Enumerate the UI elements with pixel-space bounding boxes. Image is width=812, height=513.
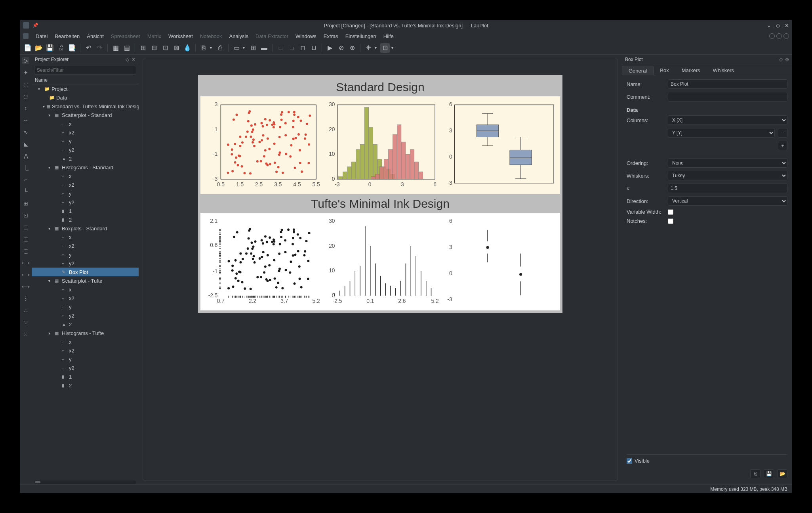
tool-icon[interactable]: ⊠ [172,43,181,53]
lasso-icon[interactable]: ◌ [22,93,29,100]
load-icon[interactable]: 📂 [777,469,787,478]
table-tool-icon[interactable]: ⊡ [22,212,29,219]
pointer-tool-icon[interactable]: ▷ [22,57,29,64]
scatter-tool-icon[interactable]: ∵ [22,319,29,326]
select-tool-icon[interactable]: ⬚ [22,247,29,255]
print-icon[interactable]: 🖨 [56,43,66,53]
column2-select[interactable]: Y [Y] [668,128,775,138]
ordering-select[interactable]: None [668,158,787,168]
search-input[interactable] [34,66,136,75]
grid2-icon[interactable]: ▤ [122,43,132,53]
tree-item[interactable]: ▾▦Histograms - Standard [32,163,139,172]
corner-icon[interactable]: └ [22,188,29,195]
tree-item[interactable]: ⌐x [32,172,139,180]
whiskers-select[interactable]: Tukey [668,171,787,180]
k-input[interactable] [668,184,787,193]
tree-item[interactable]: ⌐x2 [32,180,139,189]
circle-icon[interactable] [783,33,789,39]
tab-box[interactable]: Box [654,66,675,75]
tree-item[interactable]: ⌐y [32,189,139,198]
tree-item[interactable]: ⌐y2 [32,198,139,207]
grid-tool-icon[interactable]: ⊞ [22,200,29,207]
dropdown-icon[interactable]: ▾ [210,46,214,50]
tree-item[interactable]: ✎Box Plot [32,268,139,276]
name-input[interactable] [668,79,787,89]
tree-item[interactable]: ⌐y2 [32,364,139,372]
panel-close-icon[interactable]: ⊗ [132,57,135,62]
export-worksheet-icon[interactable]: ⎘ [199,43,208,53]
new-icon[interactable]: 📄 [23,43,32,53]
dropdown-icon[interactable]: ▾ [243,46,247,50]
span-tool-icon[interactable]: ⟷ [22,283,29,290]
tree-item[interactable]: ⌐x2 [32,346,139,355]
axis-tool-icon[interactable]: ↕ [22,105,29,112]
panel-menu-icon[interactable]: ◇ [126,57,129,62]
tree-item[interactable]: ⌐x2 [32,241,139,250]
worksheet[interactable]: Standard Design -3-1130.51.52.53.54.55.5… [143,59,618,480]
tree-item[interactable]: ⌐x [32,337,139,346]
tree-item[interactable]: ⌐y2 [32,145,139,154]
tree-item[interactable]: ▲2 [32,154,139,163]
tree-item[interactable]: ▾▦Scatterplot - Standard [32,111,139,119]
tree-item[interactable]: ▮1 [32,207,139,215]
rect-select-icon[interactable]: ▢ [22,81,29,88]
stop-icon[interactable]: ⊘ [336,43,346,53]
tree-item[interactable]: ⌐y2 [32,311,139,320]
menu-worksheet[interactable]: Worksheet [168,33,193,39]
export-icon[interactable]: 📑 [67,43,77,53]
select-tool-icon[interactable]: ⬚ [22,224,29,231]
tree-item[interactable]: 📁Data [32,93,139,102]
tree-item[interactable]: ▾▦Standard vs. Tufte's Minimal Ink Desig… [32,102,139,111]
tree-item[interactable]: ⌐y [32,137,139,145]
peak-tool-icon[interactable]: ⋀ [22,152,29,159]
tree-item[interactable]: ⌐x2 [32,294,139,302]
tree-item[interactable]: ⌐y2 [32,259,139,268]
tab-whiskers[interactable]: Whiskers [707,66,740,75]
tree-item[interactable]: ⌐x [32,119,139,128]
tree-item[interactable]: ⌐x2 [32,128,139,137]
tree-item[interactable]: ▮2 [32,215,139,224]
cursor-icon[interactable]: ⁜ [364,43,373,53]
histogram-standard[interactable]: 0102030-3036 [322,100,439,191]
select-tool-icon[interactable]: ⬚ [22,235,29,243]
hline-icon[interactable]: ⎿ [22,164,29,171]
undo-icon[interactable]: ↶ [84,43,93,53]
play-icon[interactable]: ▶ [325,43,335,53]
tree-item[interactable]: ▮1 [32,372,139,381]
tool-icon[interactable]: ⊞ [138,43,148,53]
panel-close-icon[interactable]: ⊗ [785,57,789,62]
span-tool-icon[interactable]: ⟷ [22,271,29,278]
color-icon[interactable]: 💧 [183,43,192,53]
boxplot-standard[interactable]: -3036 [440,100,558,191]
tool-icon[interactable]: ⊔ [309,43,318,53]
add-column-button[interactable]: + [778,141,787,150]
dropdown-icon[interactable]: ▾ [391,46,395,50]
app-menu-icon[interactable] [23,33,29,39]
tree-item[interactable]: ⌐x [32,233,139,241]
tree-item[interactable]: ⌐y [32,302,139,311]
maximize-button[interactable]: ◇ [776,23,780,29]
menu-ansicht[interactable]: Ansicht [87,33,104,39]
fill-tool-icon[interactable]: ◣ [22,140,29,147]
tab-markers[interactable]: Markers [675,66,707,75]
menu-datei[interactable]: Datei [36,33,48,39]
grid-icon[interactable]: ▦ [111,43,120,53]
axis-tool-icon[interactable]: ↔ [22,117,29,124]
worksheet-canvas[interactable]: Standard Design -3-1130.51.52.53.54.55.5… [139,55,622,484]
menu-windows[interactable]: Windows [295,33,316,39]
crosshair-tool-icon[interactable]: ✦ [22,69,29,76]
scatter-tufte[interactable]: -2.5-10.62.10.72.23.75.2 [203,217,320,308]
import-icon[interactable]: ⎙ [215,43,225,53]
tree-item[interactable]: ▾▦Scatterplot - Tufte [32,276,139,285]
dropdown-icon[interactable]: ▾ [375,46,379,50]
tool-icon[interactable]: ⊡ [160,43,170,53]
tree-item[interactable]: ⌐y [32,250,139,259]
scatter-standard[interactable]: -3-1130.51.52.53.54.55.5 [203,100,320,191]
layout-icon[interactable]: ⊞ [248,43,258,53]
visible-checkbox[interactable] [627,458,632,464]
tool-icon[interactable]: ⊟ [149,43,159,53]
more-tool-icon[interactable]: ⋮ [22,295,29,302]
histogram-tufte[interactable]: 0102030-2.50.12.65.2 [322,217,439,308]
tool-icon[interactable]: ⊓ [298,43,307,53]
comment-input[interactable] [668,92,787,101]
